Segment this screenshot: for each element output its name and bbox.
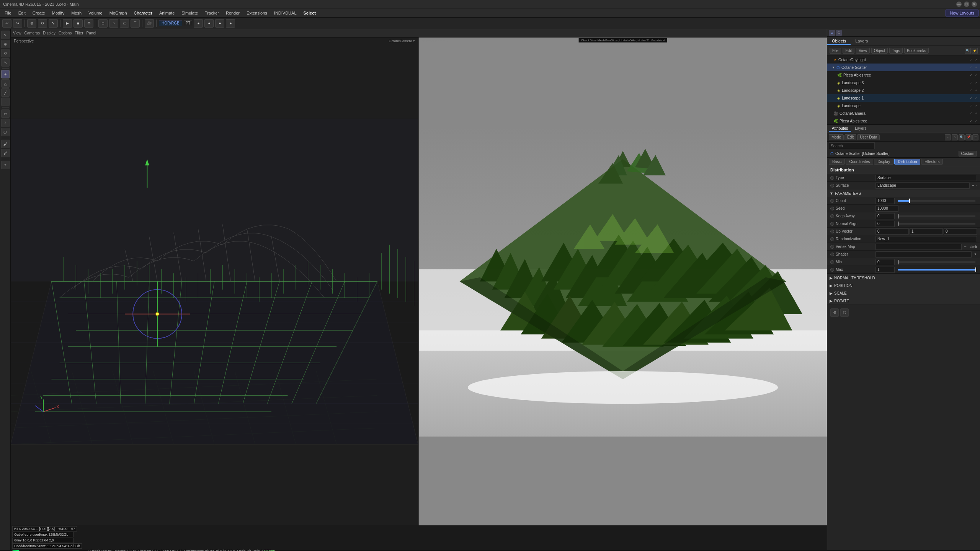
max-slider[interactable] (898, 269, 975, 271)
vm-edit-icon[interactable]: ✏ (964, 245, 967, 248)
tool-move[interactable]: ⊕ (1, 40, 10, 48)
menu-render[interactable]: Render (223, 10, 243, 16)
tree-item-octane-scatter[interactable]: ▼ ⬡ Octane Scatter ✓ ✓ (827, 64, 980, 71)
picea2-vis[interactable]: ✓ (969, 119, 973, 123)
toolbar-render-settings[interactable]: ⚙ (84, 19, 93, 28)
seed-circle[interactable] (830, 207, 834, 210)
random-value[interactable]: New_1 (875, 236, 977, 242)
toolbar-render-dots-4[interactable]: ● (226, 19, 235, 28)
scatter-render-icon[interactable]: ✓ (974, 65, 978, 70)
min-circle[interactable] (830, 260, 834, 264)
l3-vis[interactable]: ✓ (969, 80, 973, 85)
menu-simulate[interactable]: Simulate (178, 10, 201, 16)
toolbar-undo[interactable]: ↩ (2, 19, 11, 28)
attr-search-icon[interactable]: 🔍 (959, 134, 965, 140)
upvector-x[interactable]: 0 (875, 228, 909, 235)
rotate-header[interactable]: ▶ ROTATE (827, 297, 980, 305)
tool-edge[interactable]: ╱ (1, 88, 10, 97)
display-label[interactable]: Display (43, 31, 56, 35)
l1-vis[interactable]: ✓ (969, 96, 973, 100)
scatter-vis-icon[interactable]: ✓ (969, 65, 973, 70)
subtab-distribution[interactable]: Distribution (894, 159, 920, 165)
attr-back-icon[interactable]: ← (945, 134, 951, 140)
picea-vis[interactable]: ✓ (969, 73, 973, 77)
type-circle[interactable] (830, 176, 834, 180)
upvector-circle[interactable] (830, 230, 834, 233)
viewport-perspective[interactable]: Perspective OctaneCamera ▾ (11, 37, 419, 525)
tool-extrude[interactable]: ⬡ (1, 128, 10, 136)
tab-layers-attr[interactable]: Layers (852, 126, 869, 132)
tab-layers[interactable]: Layers (851, 38, 872, 45)
cam-render[interactable]: ✓ (974, 111, 978, 116)
obj-hdr-edit[interactable]: Edit (843, 48, 854, 54)
subtab-coordinates[interactable]: Coordinates (846, 159, 873, 165)
toolbar-redo[interactable]: ↪ (13, 19, 22, 28)
filter-icon[interactable]: ⚡ (972, 48, 978, 54)
toolbar-curve[interactable]: ⌒ (131, 19, 140, 28)
menu-volume[interactable]: Volume (85, 10, 106, 16)
menu-extensions[interactable]: Extensions (243, 10, 270, 16)
menu-individual[interactable]: INDIVDUAL (271, 10, 300, 16)
upvector-z[interactable]: 0 (944, 228, 977, 235)
attr-icon-1[interactable]: ⚙ (830, 308, 839, 317)
new-layouts-button[interactable]: New Layouts (946, 10, 978, 16)
subtab-display[interactable]: Display (874, 159, 893, 165)
subtab-basic[interactable]: Basic (829, 159, 845, 165)
surface-value[interactable]: Landscape (875, 183, 970, 189)
minimize-button[interactable]: — (956, 2, 962, 7)
menu-edit[interactable]: Edit (15, 10, 29, 16)
tool-brush[interactable]: 🖌 (1, 140, 10, 148)
vertexmap-value[interactable] (875, 244, 962, 250)
position-header[interactable]: ▶ POSITION (827, 282, 980, 289)
seed-value[interactable]: 10000 (875, 205, 898, 212)
obj-hdr-bookmarks[interactable]: Bookmarks (904, 48, 929, 54)
tool-sculpt[interactable]: ⌖ (1, 161, 10, 169)
toolbar-rotate[interactable]: ↺ (38, 19, 47, 28)
tool-paint[interactable]: 🖍 (1, 149, 10, 157)
max-circle[interactable] (830, 268, 834, 272)
menu-animate[interactable]: Animate (156, 10, 178, 16)
keepaway-value[interactable]: 0 (875, 213, 895, 219)
tool-active[interactable]: ✦ (1, 70, 10, 78)
octane-icon[interactable]: O (829, 30, 835, 36)
custom-button[interactable]: Custom (959, 151, 977, 156)
attr-mode-btn[interactable]: Mode (829, 134, 844, 140)
normal-threshold-header[interactable]: ▶ NORMAL THRESHOLD (827, 274, 980, 282)
menu-select[interactable]: Select (301, 10, 319, 16)
picea-render[interactable]: ✓ (974, 73, 978, 77)
shader-circle[interactable] (830, 253, 834, 256)
l0-vis[interactable]: ✓ (969, 103, 973, 108)
min-slider[interactable] (898, 261, 975, 263)
tool-scale[interactable]: ⤡ (1, 58, 10, 67)
menu-tracker[interactable]: Tracker (202, 10, 222, 16)
attr-home-icon[interactable]: ⌂ (952, 134, 958, 140)
count-value[interactable]: 1000 (875, 198, 895, 204)
keepaway-slider[interactable] (898, 215, 975, 217)
search-icon[interactable]: 🔍 (965, 48, 971, 54)
tool-knife[interactable]: ✂ (1, 109, 10, 118)
cameras-label[interactable]: Cameras (24, 31, 40, 35)
random-circle[interactable] (830, 237, 834, 241)
obj-hdr-view[interactable]: View (856, 48, 870, 54)
toolbar-render-dots-3[interactable]: ● (215, 19, 224, 28)
scale-header[interactable]: ▶ SCALE (827, 289, 980, 297)
menu-modify[interactable]: Modify (49, 10, 67, 16)
maximize-button[interactable]: □ (964, 2, 969, 7)
close-button[interactable]: ✕ (972, 2, 977, 7)
count-slider[interactable] (898, 200, 975, 202)
tree-item-picea-2[interactable]: 🌿 Picea Abies tree ✓ ✓ (827, 117, 980, 125)
l1-render[interactable]: ✓ (974, 96, 978, 100)
tree-item-landscape[interactable]: ◈ Landscape ✓ ✓ (827, 102, 980, 109)
tree-item-landscape-2[interactable]: ◈ Landscape 2 ✓ ✓ (827, 86, 980, 94)
normalalign-circle[interactable] (830, 222, 834, 226)
toolbar-render-play[interactable]: ▶ (63, 19, 72, 28)
attr-icon-2[interactable]: ⬡ (840, 308, 849, 317)
cam-vis[interactable]: ✓ (969, 111, 973, 116)
toolbar-render-dots-1[interactable]: ● (194, 19, 203, 28)
tree-item-octane-camera[interactable]: 🎥 OctaneCamera ✓ ✓ (827, 109, 980, 117)
max-value[interactable]: 1 (875, 267, 895, 273)
tool-polygon[interactable]: △ (1, 79, 10, 88)
filter-label[interactable]: Filter (75, 31, 83, 35)
l0-render[interactable]: ✓ (974, 103, 978, 108)
tree-item-landscape-3[interactable]: ◈ Landscape 3 ✓ ✓ (827, 79, 980, 86)
